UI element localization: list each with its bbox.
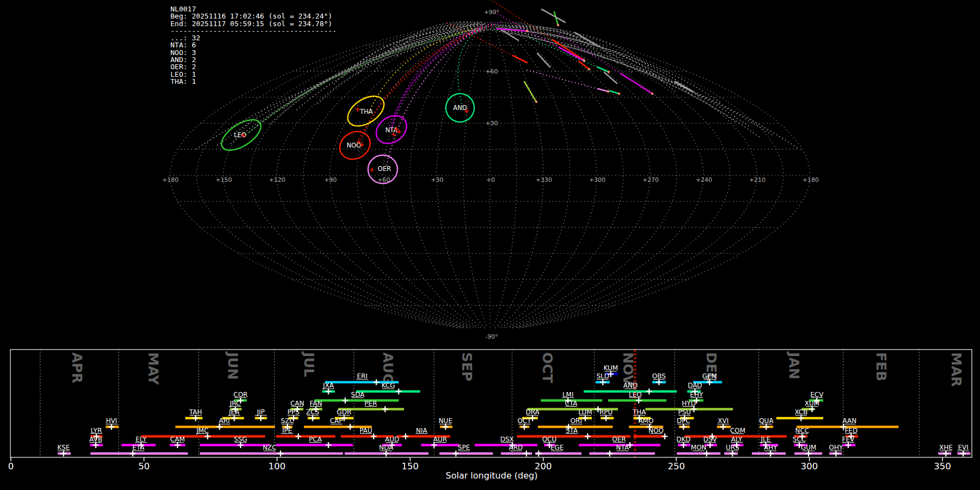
- shower-label-SSG: SSG: [234, 436, 248, 443]
- lon-label: +300: [589, 176, 605, 183]
- lon-label: +180: [803, 176, 819, 183]
- shower-peak-marker: [382, 406, 388, 412]
- shower-peak-marker: [342, 397, 348, 403]
- radiant-label-AND: AND: [453, 104, 467, 112]
- lat-label: +60: [485, 68, 498, 75]
- shower-label-JXA: JXA: [322, 382, 334, 389]
- month-label: OCT: [540, 352, 555, 383]
- shower-label-PSU: PSU: [678, 408, 691, 416]
- shower-label-HYD: HYD: [682, 400, 696, 407]
- shower-label-DAD: DAD: [688, 382, 702, 389]
- shower-label-PAU: PAU: [359, 427, 372, 434]
- shower-label-AMO: AMO: [638, 417, 653, 425]
- shower-label-EGE: EGE: [550, 444, 564, 451]
- shower-peak-marker: [707, 442, 713, 448]
- shower-label-NIA: NIA: [416, 427, 428, 434]
- month-label: NOV: [620, 352, 636, 386]
- lon-label: +0: [486, 176, 495, 183]
- shower-peak-marker: [523, 451, 529, 457]
- shower-peak-marker: [536, 451, 542, 457]
- meteor-radiant-mark: [370, 168, 374, 172]
- shower-label-ARD: ARD: [509, 444, 523, 451]
- lat-label: +30: [485, 120, 498, 127]
- shower-label-FEV: FEV: [842, 436, 855, 443]
- x-tick-label: 0: [8, 461, 14, 471]
- shower-label-OER: OER: [612, 436, 626, 443]
- shower-peak-marker: [326, 389, 332, 395]
- radiant-label-LEO: LEO: [234, 131, 247, 139]
- shower-label-SPE: SPE: [458, 444, 470, 451]
- meteor-solid-segments: [445, 0, 693, 103]
- month-label: JUN: [225, 351, 241, 380]
- shower-peak-marker: [636, 397, 642, 403]
- shower-label-ECV: ECV: [810, 391, 824, 399]
- shower-label-XCB: XCB: [794, 408, 807, 416]
- shower-label-AHY: AHY: [764, 444, 777, 451]
- shower-peak-marker: [603, 415, 609, 421]
- shower-peak-marker: [662, 433, 668, 439]
- shower-label-ARI: ARI: [219, 417, 230, 425]
- shower-peak-marker: [310, 415, 316, 421]
- lon-label: +240: [696, 176, 712, 183]
- shower-label-GDR: GDR: [337, 408, 352, 416]
- plot-canvas: LEOTHANTANOOOERAND+180+150+120+90+60+30+…: [0, 0, 980, 490]
- shower-bar-KCG: [356, 390, 420, 393]
- meteor-radiant-mark: [356, 107, 360, 112]
- shower-label-GUM: GUM: [801, 444, 816, 451]
- shower-label-NDA: NDA: [379, 444, 394, 451]
- shower-label-FAN: FAN: [310, 400, 322, 407]
- shower-bar-AUR: [421, 444, 459, 446]
- shower-label-ALY: ALY: [731, 436, 743, 443]
- shower-peak-marker: [278, 451, 284, 457]
- shower-label-LMI: LMI: [562, 391, 574, 399]
- shower-label-DRA: DRA: [526, 408, 540, 416]
- shower-label-STA: STA: [566, 427, 578, 434]
- month-label: JAN: [786, 351, 802, 379]
- shower-label-PER: PER: [364, 400, 377, 407]
- shower-label-XUM: XUM: [805, 400, 819, 407]
- shower-peak-marker: [833, 451, 839, 457]
- shower-label-CAM: CAM: [170, 436, 185, 443]
- shower-label-NCC: NCC: [795, 427, 810, 434]
- shower-label-ERI: ERI: [357, 372, 367, 380]
- shower-label-KUM: KUM: [604, 364, 618, 372]
- shower-label-COR: COR: [234, 391, 248, 399]
- shower-label-COM: COM: [730, 427, 745, 434]
- shower-peak-marker: [383, 451, 389, 457]
- shower-peak-marker: [193, 415, 199, 421]
- shower-peak-marker: [943, 451, 949, 457]
- shower-peak-marker: [720, 424, 726, 430]
- month-label: FEB: [873, 352, 889, 381]
- shower-label-DPC: DPC: [677, 417, 690, 425]
- shower-label-NOO: NOO: [648, 427, 664, 434]
- shower-peak-marker: [656, 379, 662, 385]
- lon-label: +120: [269, 176, 285, 183]
- shower-label-NTA: NTA: [616, 444, 629, 451]
- shower-label-JLE: JLE: [761, 436, 771, 443]
- radiant-label-OER: OER: [378, 165, 391, 173]
- shower-label-EHY: EHY: [690, 391, 703, 399]
- lon-label: +270: [642, 176, 659, 183]
- shower-peak-marker: [681, 424, 687, 430]
- shower-bar-ARI: [175, 426, 275, 428]
- shower-peak-marker: [585, 433, 591, 439]
- shower-peak-marker: [582, 415, 588, 421]
- shower-label-NZC: NZC: [262, 444, 277, 451]
- shower-peak-marker: [703, 451, 709, 457]
- shower-peak-marker: [258, 415, 264, 421]
- shower-bar-MON: [677, 452, 720, 455]
- radiant-ellipses: LEOTHANTANOOOERAND: [217, 90, 479, 183]
- shower-label-PCA: PCA: [309, 436, 322, 443]
- shower-label-PPS: PPS: [287, 408, 299, 416]
- lon-label: +180: [162, 176, 179, 183]
- shower-label-HVI: HVI: [106, 417, 117, 425]
- shower-label-ZCS: ZCS: [306, 408, 319, 416]
- x-tick-label: 300: [801, 461, 818, 471]
- shower-peak-marker: [217, 424, 223, 430]
- shower-label-SLD: SLD: [596, 372, 609, 380]
- shower-label-AVB: AVB: [89, 436, 102, 443]
- shower-label-OCU: OCU: [542, 436, 557, 443]
- shower-bar-DSX: [475, 444, 537, 446]
- shower-label-CAP: CAP: [330, 417, 343, 425]
- shower-label-EVI: EVI: [958, 444, 968, 451]
